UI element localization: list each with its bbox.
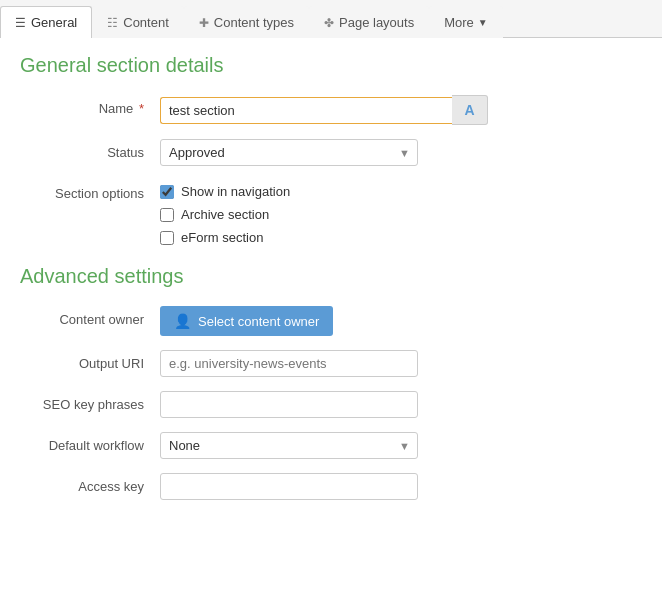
tab-content[interactable]: ☷ Content: [92, 6, 184, 38]
status-field-wrapper: Approved Draft Pending Rejected ▼: [160, 139, 642, 166]
tab-general-label: General: [31, 15, 77, 30]
tab-more-label: More: [444, 15, 474, 30]
default-workflow-select[interactable]: None: [160, 432, 418, 459]
output-uri-row: Output URI: [20, 350, 642, 377]
select-content-owner-label: Select content owner: [198, 314, 319, 329]
eform-section-checkbox[interactable]: [160, 231, 174, 245]
content-owner-row: Content owner 👤 Select content owner: [20, 306, 642, 336]
section-options-label: Section options: [20, 180, 160, 201]
content-icon: ☷: [107, 16, 118, 30]
seo-input[interactable]: [160, 391, 418, 418]
status-label: Status: [20, 139, 160, 160]
show-navigation-checkbox[interactable]: [160, 185, 174, 199]
general-icon: ☰: [15, 16, 26, 30]
content-owner-wrapper: 👤 Select content owner: [160, 306, 642, 336]
name-translate-button[interactable]: A: [452, 95, 488, 125]
name-label: Name *: [20, 95, 160, 116]
tab-content-types[interactable]: ✚ Content types: [184, 6, 309, 38]
chevron-down-icon: ▼: [478, 17, 488, 28]
eform-section-checkbox-item[interactable]: eForm section: [160, 230, 642, 245]
content-types-icon: ✚: [199, 16, 209, 30]
archive-section-checkbox[interactable]: [160, 208, 174, 222]
name-row: Name * A: [20, 95, 642, 125]
archive-section-label: Archive section: [181, 207, 269, 222]
section-options-wrapper: Show in navigation Archive section eForm…: [160, 180, 642, 245]
page-layouts-icon: ✤: [324, 16, 334, 30]
checkbox-group: Show in navigation Archive section eForm…: [160, 180, 642, 245]
output-uri-wrapper: [160, 350, 418, 377]
content-owner-label: Content owner: [20, 306, 160, 327]
access-key-input[interactable]: [160, 473, 418, 500]
eform-section-label: eForm section: [181, 230, 263, 245]
access-key-wrapper: [160, 473, 418, 500]
section-options-row: Section options Show in navigation Archi…: [20, 180, 642, 245]
output-uri-input[interactable]: [160, 350, 418, 377]
default-workflow-row: Default workflow None ▼: [20, 432, 642, 459]
status-select[interactable]: Approved Draft Pending Rejected: [160, 139, 418, 166]
archive-section-checkbox-item[interactable]: Archive section: [160, 207, 642, 222]
seo-wrapper: [160, 391, 418, 418]
default-workflow-wrapper: None ▼: [160, 432, 642, 459]
tab-general[interactable]: ☰ General: [0, 6, 92, 38]
default-workflow-label: Default workflow: [20, 432, 160, 453]
tab-bar: ☰ General ☷ Content ✚ Content types ✤ Pa…: [0, 0, 662, 38]
status-row: Status Approved Draft Pending Rejected ▼: [20, 139, 642, 166]
show-navigation-label: Show in navigation: [181, 184, 290, 199]
access-key-label: Access key: [20, 473, 160, 494]
general-section-heading: General section details: [20, 54, 642, 77]
tab-content-label: Content: [123, 15, 169, 30]
user-icon: 👤: [174, 313, 191, 329]
tab-page-layouts[interactable]: ✤ Page layouts: [309, 6, 429, 38]
advanced-section-heading: Advanced settings: [20, 265, 642, 288]
required-indicator: *: [135, 101, 144, 116]
output-uri-label: Output URI: [20, 350, 160, 371]
name-input-group: A: [160, 95, 490, 125]
status-select-wrapper: Approved Draft Pending Rejected ▼: [160, 139, 418, 166]
seo-label: SEO key phrases: [20, 391, 160, 412]
name-input[interactable]: [160, 97, 452, 124]
show-navigation-checkbox-item[interactable]: Show in navigation: [160, 184, 642, 199]
tab-content-types-label: Content types: [214, 15, 294, 30]
select-content-owner-button[interactable]: 👤 Select content owner: [160, 306, 333, 336]
tab-more[interactable]: More ▼: [429, 6, 503, 38]
main-content: General section details Name * A Status …: [0, 38, 662, 530]
name-field-wrapper: A: [160, 95, 642, 125]
seo-row: SEO key phrases: [20, 391, 642, 418]
tab-page-layouts-label: Page layouts: [339, 15, 414, 30]
access-key-row: Access key: [20, 473, 642, 500]
default-workflow-select-wrapper: None ▼: [160, 432, 418, 459]
